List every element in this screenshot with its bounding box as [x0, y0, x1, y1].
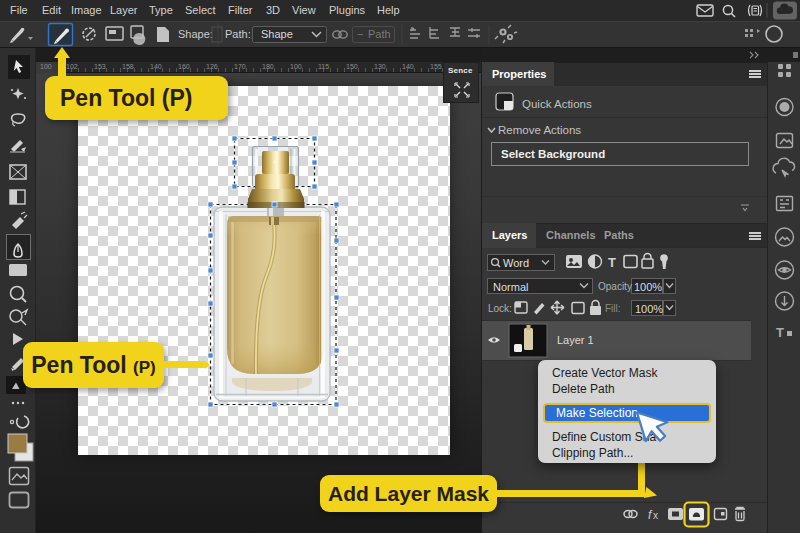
svg-text:Path: Path — [368, 28, 391, 40]
svg-text:Fill:: Fill: — [605, 303, 621, 314]
svg-text:x: x — [653, 510, 658, 521]
svg-text:Quick Actions: Quick Actions — [522, 98, 592, 110]
svg-text:T: T — [608, 255, 616, 270]
svg-text:Normal: Normal — [493, 281, 528, 293]
svg-text:T: T — [776, 325, 784, 340]
svg-text:Word: Word — [503, 257, 529, 269]
svg-text:Opacity: Opacity — [598, 281, 632, 292]
svg-text:Path:: Path: — [225, 28, 251, 40]
svg-text:100%: 100% — [635, 303, 663, 315]
svg-text:Lock:: Lock: — [488, 303, 512, 314]
svg-text:Remove Actions: Remove Actions — [498, 124, 581, 136]
svg-text:Shape:: Shape: — [178, 28, 213, 40]
svg-text:−: − — [357, 28, 363, 40]
svg-text:Select Background: Select Background — [501, 148, 605, 160]
svg-text:Shape: Shape — [261, 28, 293, 40]
svg-text:Layer 1: Layer 1 — [557, 334, 594, 346]
svg-text:100%: 100% — [634, 281, 662, 293]
